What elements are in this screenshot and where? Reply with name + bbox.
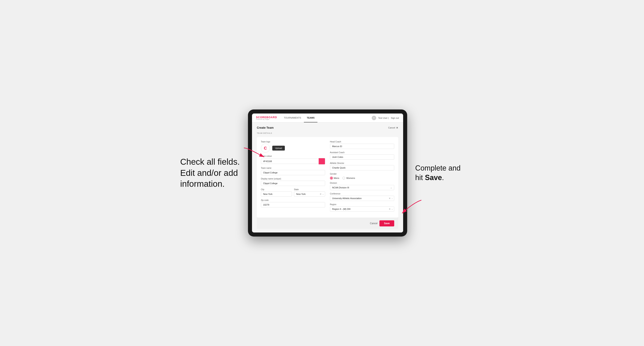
- conference-select[interactable]: University Athletic Association: [330, 196, 394, 201]
- mens-radio-dot[interactable]: [330, 177, 333, 179]
- athletic-director-input[interactable]: [330, 165, 394, 170]
- gender-radio-group: Mens Womens: [330, 176, 394, 179]
- tablet-container: SCOREBOARD Powered by clippd TOURNAMENTS…: [248, 109, 407, 237]
- gender-mens-option[interactable]: Mens: [330, 177, 339, 179]
- region-select-wrapper: Region II - (M) DIII ✕ ⌄: [330, 206, 394, 212]
- color-input-row: [261, 158, 325, 165]
- assistant-coach-group: Assistant Coach document.currentScript.p…: [330, 151, 394, 160]
- division-label: Division: [330, 182, 394, 184]
- team-logo-label: Team logo: [261, 141, 325, 143]
- nav-right: T Test User | Sign out: [372, 116, 399, 120]
- assistant-coach-label: Assistant Coach: [330, 151, 394, 154]
- team-name-group: Team name document.currentScript.previou…: [261, 167, 325, 175]
- right-column: Head Coach document.currentScript.previo…: [330, 141, 394, 214]
- region-group: Region Region II - (M) DIII ✕ ⌄: [330, 203, 394, 212]
- zip-group: Zip code document.currentScript.previous…: [261, 199, 325, 207]
- womens-radio-dot[interactable]: [342, 177, 345, 179]
- cancel-label: Cancel: [388, 127, 395, 129]
- gender-label: Gender: [330, 173, 394, 175]
- tablet-frame: SCOREBOARD Powered by clippd TOURNAMENTS…: [248, 109, 407, 237]
- athletic-director-label: Athletic Director: [330, 162, 394, 164]
- logo-letter: C: [264, 146, 266, 151]
- form-panel: Team logo C Upload: [257, 137, 398, 218]
- state-label: State: [294, 188, 325, 191]
- app-logo-title: SCOREBOARD: [256, 116, 277, 119]
- head-coach-label: Head Coach: [330, 141, 394, 143]
- save-button[interactable]: Save: [380, 220, 394, 226]
- state-subgroup: State New York ✕ ⌄: [294, 188, 325, 197]
- conference-label: Conference: [330, 193, 394, 195]
- city-subgroup: City document.currentScript.previousElem…: [261, 188, 292, 197]
- zip-input[interactable]: [261, 202, 325, 207]
- region-select[interactable]: Region II - (M) DIII: [330, 206, 394, 212]
- team-name-input[interactable]: [261, 170, 325, 175]
- annotation-left-line1: Check all fields.: [180, 157, 240, 167]
- head-coach-group: Head Coach document.currentScript.previo…: [330, 141, 394, 149]
- mens-label: Mens: [334, 177, 339, 179]
- division-select-wrapper: NCAA Division III: [330, 185, 394, 190]
- athletic-director-group: Athletic Director document.currentScript…: [330, 162, 394, 170]
- app-logo-sub: Powered by clippd: [256, 119, 277, 120]
- tablet-screen: SCOREBOARD Powered by clippd TOURNAMENTS…: [252, 114, 403, 232]
- annotation-left: Check all fields. Edit and/or add inform…: [180, 157, 240, 189]
- color-swatch[interactable]: [319, 158, 325, 165]
- division-group: Division NCAA Division III: [330, 182, 394, 190]
- annotation-right-save-word: Save: [425, 173, 442, 182]
- city-state-row: City document.currentScript.previousElem…: [261, 188, 325, 197]
- womens-label: Womens: [346, 177, 355, 179]
- zip-label: Zip code: [261, 199, 325, 201]
- head-coach-input[interactable]: [330, 144, 394, 149]
- annotation-right-line2-suffix: .: [442, 173, 444, 182]
- conference-group: Conference University Athletic Associati…: [330, 193, 394, 201]
- team-colour-label: Team colour: [261, 155, 325, 157]
- team-logo-group: Team logo C Upload: [261, 141, 325, 153]
- nav-tournaments[interactable]: TOURNAMENTS: [281, 114, 304, 122]
- display-name-group: Display name (unique) document.currentSc…: [261, 178, 325, 186]
- gender-group: Gender Mens Womens: [330, 173, 394, 179]
- team-colour-group: Team colour: [261, 155, 325, 165]
- annotation-right: Complete and hit Save.: [415, 164, 464, 182]
- gender-womens-option[interactable]: Womens: [342, 177, 355, 179]
- state-select-wrapper: New York ✕ ⌄: [294, 191, 325, 197]
- conference-select-wrapper: University Athletic Association ✕ ⌄: [330, 196, 394, 201]
- display-name-label: Display name (unique): [261, 178, 325, 180]
- left-column: Team logo C Upload: [261, 141, 325, 214]
- city-input[interactable]: [261, 191, 292, 197]
- close-button[interactable]: Cancel ✕: [388, 126, 398, 129]
- close-x-icon[interactable]: ✕: [396, 126, 398, 129]
- nav-links: TOURNAMENTS TEAMS: [281, 114, 368, 122]
- app-navbar: SCOREBOARD Powered by clippd TOURNAMENTS…: [252, 114, 403, 122]
- section-label: TEAM DETAILS: [257, 132, 398, 134]
- app-logo: SCOREBOARD Powered by clippd: [256, 116, 277, 120]
- city-label: City: [261, 188, 292, 191]
- annotation-left-line3: information.: [180, 179, 225, 188]
- form-footer: Cancel Save: [257, 218, 398, 229]
- page-header: Create Team Cancel ✕: [257, 126, 398, 129]
- team-colour-input[interactable]: [261, 159, 319, 164]
- nav-teams[interactable]: TEAMS: [304, 114, 318, 122]
- upload-button[interactable]: Upload: [272, 146, 285, 151]
- state-select[interactable]: New York: [294, 191, 325, 197]
- sign-out-link[interactable]: Sign out: [391, 117, 399, 119]
- main-content: Create Team Cancel ✕ TEAM DETAILS: [252, 122, 403, 232]
- annotation-right-line2-prefix: hit: [415, 173, 425, 182]
- two-col-form: Team logo C Upload: [261, 141, 394, 214]
- city-state-group: City document.currentScript.previousElem…: [261, 188, 325, 197]
- page-title: Create Team: [257, 126, 274, 129]
- assistant-coach-input[interactable]: [330, 154, 394, 160]
- division-select[interactable]: NCAA Division III: [330, 185, 394, 190]
- display-name-input[interactable]: [261, 181, 325, 186]
- annotation-left-line2: Edit and/or add: [180, 168, 238, 178]
- logo-circle: C: [261, 144, 270, 153]
- annotation-right-line1: Complete and: [415, 164, 461, 172]
- user-avatar: T: [372, 116, 376, 120]
- user-label: Test User |: [378, 117, 389, 119]
- cancel-button[interactable]: Cancel: [370, 222, 378, 225]
- logo-upload-area: C Upload: [261, 144, 325, 153]
- team-name-label: Team name: [261, 167, 325, 169]
- region-label: Region: [330, 203, 394, 205]
